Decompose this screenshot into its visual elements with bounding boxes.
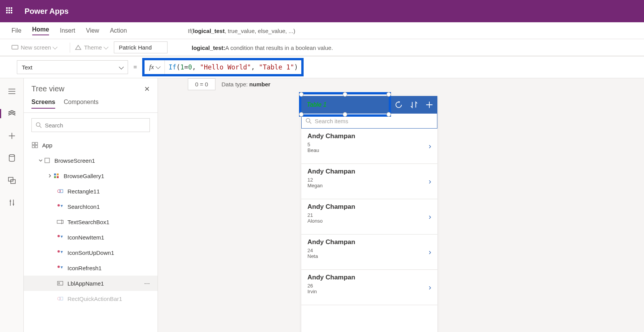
- add-icon[interactable]: [425, 101, 434, 109]
- list-item[interactable]: Andy Champan 24 Neta ›: [301, 235, 437, 270]
- item-num: 21: [307, 212, 431, 218]
- canvas[interactable]: Table 1 Search items Andy Champan 5 Beau…: [158, 78, 644, 332]
- svg-rect-17: [57, 220, 63, 223]
- chevron-right-icon[interactable]: ›: [429, 248, 431, 256]
- tree-view-panel: Tree view ✕ Screens Components App Brows…: [24, 78, 158, 332]
- rail-hamburger-icon[interactable]: [4, 84, 20, 99]
- icons-icon: [57, 264, 64, 271]
- list-item[interactable]: Andy Champan 26 Irvin ›: [301, 270, 437, 305]
- workspace: Tree view ✕ Screens Components App Brows…: [0, 78, 644, 332]
- result-type: Data type: number: [222, 81, 271, 88]
- menu-action[interactable]: Action: [110, 27, 127, 34]
- menu-home[interactable]: Home: [32, 26, 49, 35]
- svg-point-19: [58, 250, 60, 253]
- svg-rect-10: [54, 173, 56, 175]
- chevron-right-icon[interactable]: ›: [429, 283, 431, 292]
- svg-point-18: [58, 235, 60, 237]
- formula-input-highlight: fx If(1=0, "Hello World", "Table 1"): [142, 58, 303, 76]
- formula-input[interactable]: If(1=0, "Hello World", "Table 1"): [169, 63, 298, 71]
- chevron-right-icon[interactable]: ›: [429, 177, 431, 186]
- tree-node-app[interactable]: App: [24, 137, 158, 153]
- node-label: BrowseScreen1: [54, 157, 150, 164]
- arg-label: logical_test:: [192, 45, 225, 51]
- node-label: SearchIcon1: [67, 203, 150, 210]
- item-name: Andy Champan: [307, 274, 431, 281]
- global-header: Power Apps: [0, 0, 644, 22]
- device-header: Table 1: [301, 96, 437, 113]
- app-title-label[interactable]: Table 1: [307, 101, 327, 108]
- tree-node-textsearch[interactable]: TextSearchBox1: [24, 214, 158, 230]
- search-icon: [36, 122, 42, 128]
- rail-tools-icon[interactable]: [4, 195, 20, 210]
- node-label: BrowseGallery1: [64, 173, 150, 179]
- chevron-right-icon[interactable]: [48, 173, 53, 179]
- theme-label: Theme: [84, 44, 102, 51]
- menu-file[interactable]: File: [12, 27, 21, 34]
- tree-search-field[interactable]: [45, 122, 146, 129]
- more-icon[interactable]: ···: [144, 279, 150, 287]
- chevron-down-icon: [154, 64, 160, 70]
- tree-node-iconsort[interactable]: IconSortUpDown1: [24, 245, 158, 260]
- item-sub: Neta: [307, 253, 431, 259]
- node-label: IconNewItem1: [67, 234, 150, 241]
- list-item[interactable]: Andy Champan 12 Megan ›: [301, 164, 437, 199]
- rail-data-icon[interactable]: [4, 150, 20, 166]
- chevron-right-icon[interactable]: ›: [429, 212, 431, 221]
- node-label: IconSortUpDown1: [67, 249, 150, 256]
- node-label: RectQuickActionBar1: [67, 296, 150, 302]
- svg-rect-7: [32, 145, 34, 148]
- formula-result-bar: 0 = 0 Data type: number: [188, 78, 270, 90]
- chevron-right-icon[interactable]: ›: [429, 142, 431, 150]
- chevron-down-icon: [117, 64, 123, 71]
- chevron-down-icon: [51, 44, 57, 51]
- tab-components[interactable]: Components: [64, 99, 99, 109]
- close-icon[interactable]: ✕: [144, 85, 150, 93]
- toolbar-divider: [70, 43, 70, 53]
- chevron-down-icon[interactable]: [38, 157, 44, 164]
- formula-bar: Text = fx If(1=0, "Hello World", "Table …: [0, 56, 644, 78]
- waffle-icon[interactable]: [6, 7, 14, 15]
- sort-icon[interactable]: [410, 101, 418, 109]
- tree-node-iconnew[interactable]: IconNewItem1: [24, 230, 158, 245]
- tab-screens[interactable]: Screens: [31, 99, 55, 109]
- svg-rect-13: [57, 176, 59, 178]
- theme-button[interactable]: Theme: [75, 44, 108, 51]
- list-item[interactable]: Andy Champan 5 Beau ›: [301, 129, 437, 164]
- item-sub: Irvin: [307, 289, 431, 294]
- tree-search-input[interactable]: [31, 118, 150, 132]
- svg-rect-11: [57, 173, 59, 175]
- device-search-box[interactable]: Search items: [301, 113, 437, 129]
- tree-node-label[interactable]: LblAppName1 ···: [24, 276, 158, 291]
- rail-treeview-icon[interactable]: [4, 106, 20, 121]
- tree-node-searchicon[interactable]: SearchIcon1: [24, 199, 158, 214]
- menu-insert[interactable]: Insert: [60, 27, 75, 34]
- sig-prefix: If(: [188, 28, 193, 34]
- property-selector[interactable]: Text: [17, 60, 128, 74]
- device-preview: Table 1 Search items Andy Champan 5 Beau…: [301, 96, 437, 332]
- rail-media-icon[interactable]: [4, 173, 20, 188]
- tree-node-gallery[interactable]: BrowseGallery1: [24, 168, 158, 183]
- item-sub: Alonso: [307, 218, 431, 224]
- tree-node-last[interactable]: RectQuickActionBar1: [24, 291, 158, 306]
- list-item[interactable]: Andy Champan 21 Alonso ›: [301, 199, 437, 235]
- new-screen-button[interactable]: New screen: [12, 44, 57, 51]
- rail-add-icon[interactable]: [4, 128, 20, 144]
- search-icon: [306, 118, 312, 124]
- sig-bold: logical_test: [193, 28, 225, 34]
- svg-point-4: [36, 123, 40, 127]
- fx-button[interactable]: fx: [145, 60, 164, 74]
- menu-view[interactable]: View: [86, 27, 99, 34]
- svg-rect-9: [45, 158, 49, 163]
- icons-icon: [57, 234, 64, 241]
- svg-point-20: [58, 266, 60, 268]
- app-title: Power Apps: [25, 7, 69, 16]
- menu-bar: File Home Insert View Action: [0, 22, 644, 39]
- tree-node-iconrefresh[interactable]: IconRefresh1: [24, 260, 158, 276]
- gallery-icon: [53, 172, 60, 179]
- font-selector[interactable]: Patrick Hand: [114, 41, 168, 53]
- node-label: LblAppName1: [67, 280, 144, 287]
- svg-point-16: [58, 204, 60, 206]
- tree-node-rect[interactable]: Rectangle11: [24, 183, 158, 199]
- refresh-icon[interactable]: [394, 101, 403, 109]
- tree-node-screen[interactable]: BrowseScreen1: [24, 153, 158, 168]
